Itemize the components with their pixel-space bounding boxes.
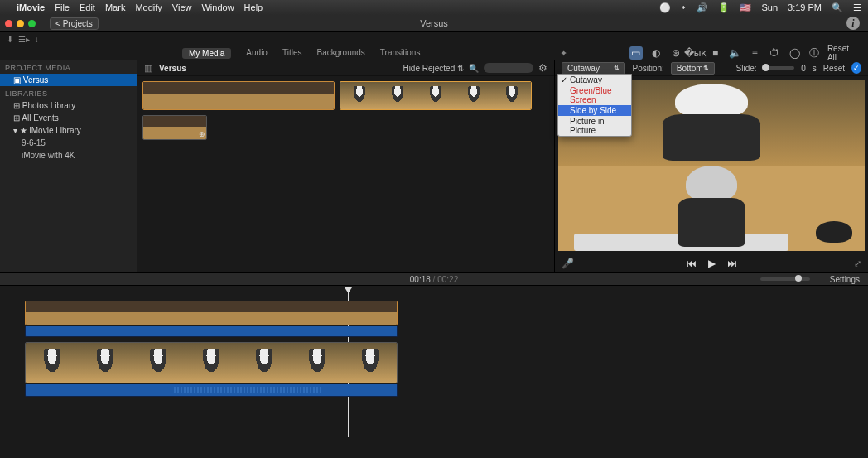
menu-modify[interactable]: Modify (135, 2, 162, 12)
sidebar-header-project-media: PROJECT MEDIA (0, 60, 137, 74)
project-title: Versus (420, 18, 448, 28)
sidebar-item-imovie-library[interactable]: ▾ ★ iMovie Library (0, 124, 137, 137)
clip-info-icon[interactable]: ⓘ (808, 46, 821, 60)
info-button[interactable]: i (846, 17, 860, 30)
fullscreen-icon[interactable]: ⤢ (854, 258, 861, 269)
search-input[interactable] (484, 63, 533, 73)
browser-settings-icon[interactable]: ⚙ (538, 62, 547, 74)
browser-clip-1[interactable] (142, 81, 335, 110)
dropdown-item-picture-in-picture[interactable]: Picture in Picture (558, 116, 631, 136)
overlay-settings-icon[interactable]: ▭ (629, 46, 643, 60)
zoom-window-button[interactable] (28, 20, 36, 27)
filmstrip-view-icon[interactable]: ▥ (144, 63, 152, 74)
overlay-mode-dropdown: Cutaway Green/Blue Screen Side by Side P… (557, 74, 632, 137)
slide-unit: s (813, 64, 817, 73)
clip-filter-icon[interactable]: ◯ (788, 46, 801, 60)
sidebar: PROJECT MEDIA ▣ Versus LIBRARIES ⊞ Photo… (0, 60, 137, 272)
prev-button[interactable]: ⏮ (687, 258, 697, 269)
inspector-icons: ▭ ◐ ⊛ �ық ■ 🔈 ≡ ⏱ ◯ ⓘ Reset All (629, 44, 860, 62)
position-label: Position: (632, 64, 663, 73)
magic-wand-icon[interactable]: ✦ (560, 48, 567, 59)
volume-settings-icon[interactable]: 🔈 (729, 46, 742, 60)
media-browser: ▥ Versus Hide Rejected ⇅ 🔍 ⚙ 25.0s ⊕ (137, 60, 555, 272)
voiceover-icon[interactable]: 🎤 (562, 258, 574, 269)
close-window-button[interactable] (5, 20, 12, 27)
tab-audio[interactable]: Audio (246, 48, 268, 59)
tab-transitions[interactable]: Transitions (380, 48, 421, 59)
browser-clip-2[interactable]: 25.0s (340, 81, 532, 110)
clock-day[interactable]: Sun (761, 2, 778, 12)
timeline-overlay-audio[interactable] (25, 326, 398, 337)
spotlight-icon[interactable]: 🔍 (832, 2, 843, 13)
overlay-reset-button[interactable]: Reset (823, 64, 845, 73)
timeline[interactable] (0, 286, 868, 410)
volume-icon[interactable]: 🔊 (697, 2, 708, 13)
download-icon[interactable]: ↓ (35, 35, 39, 44)
browser-title: Versus (159, 64, 186, 73)
viewer-bottom-clip (558, 166, 865, 252)
sidebar-project-versus[interactable]: ▣ Versus (0, 74, 137, 86)
slide-slider[interactable] (764, 66, 795, 70)
menu-edit[interactable]: Edit (80, 2, 95, 12)
timeline-zoom-slider[interactable] (760, 277, 810, 281)
timeline-header: 00:18 / 00:22 Settings (0, 272, 868, 286)
dropdown-item-green-blue-screen[interactable]: Green/Blue Screen (558, 85, 631, 105)
next-button[interactable]: ⏭ (727, 258, 737, 269)
hide-rejected-select[interactable]: Hide Rejected ⇅ (403, 64, 464, 73)
search-icon: 🔍 (469, 64, 479, 73)
viewer-panel: Cutaway⇅ Position: Bottom⇅ Slide: 0 s Re… (555, 60, 868, 272)
browser-clip-3[interactable]: ⊕ (142, 115, 207, 140)
sidebar-item-all-events[interactable]: ⊞ All Events (0, 112, 137, 124)
tab-backgrounds[interactable]: Backgrounds (316, 48, 364, 59)
overlay-mode-select[interactable]: Cutaway⇅ (562, 62, 625, 75)
tabs-row: My Media Audio Titles Backgrounds Transi… (0, 46, 868, 60)
back-to-projects-button[interactable]: < Projects (50, 17, 99, 30)
menu-view[interactable]: View (172, 2, 192, 12)
minimize-window-button[interactable] (17, 20, 24, 27)
tab-my-media[interactable]: My Media (182, 48, 231, 59)
menu-window[interactable]: Window (201, 2, 234, 12)
clock-time[interactable]: 3:19 PM (788, 2, 822, 12)
system-menubar: iMovie File Edit Mark Modify View Window… (0, 0, 868, 15)
import-media-icon[interactable]: ⬇︎ (7, 35, 13, 44)
crop-icon[interactable]: �ық (689, 46, 702, 60)
overlay-controls: Cutaway⇅ Position: Bottom⇅ Slide: 0 s Re… (555, 60, 868, 76)
menu-mark[interactable]: Mark (105, 2, 125, 12)
color-balance-icon[interactable]: ◐ (649, 46, 663, 60)
add-clip-icon[interactable]: ⊕ (199, 130, 205, 138)
sidebar-item-photos-library[interactable]: ⊞ Photos Library (0, 99, 137, 112)
dropdown-item-cutaway[interactable]: Cutaway (558, 75, 631, 85)
tab-titles[interactable]: Titles (282, 48, 302, 59)
speed-icon[interactable]: ⏱ (768, 46, 781, 60)
slide-value: 0 (801, 64, 806, 73)
playhead-timecode: 00:18 / 00:22 (410, 275, 458, 284)
menu-file[interactable]: File (55, 2, 70, 12)
timeline-track-primary[interactable] (25, 342, 398, 383)
library-list-icon[interactable]: ☰▸ (18, 35, 30, 44)
noise-reduction-icon[interactable]: ≡ (748, 46, 761, 60)
timeline-primary-audio[interactable] (25, 384, 398, 397)
position-select[interactable]: Bottom⇅ (671, 62, 715, 75)
reset-all-button[interactable]: Reset All (827, 44, 860, 62)
bluetooth-icon[interactable]: ᛭ (681, 2, 687, 12)
app-name[interactable]: iMovie (17, 2, 45, 12)
sidebar-event-imovie-4k[interactable]: iMovie with 4K (0, 149, 137, 162)
sidebar-event-9-6-15[interactable]: 9-6-15 (0, 137, 137, 149)
title-bar: < Projects Versus i (0, 15, 868, 32)
wifi-icon[interactable]: ⚪ (659, 2, 671, 13)
apply-check-icon[interactable]: ✓ (851, 62, 861, 74)
slide-label: Slide: (736, 64, 757, 73)
battery-icon[interactable]: 🔋 (718, 2, 730, 13)
stabilization-icon[interactable]: ■ (709, 46, 722, 60)
timeline-settings-button[interactable]: Settings (830, 275, 860, 284)
dropdown-item-side-by-side[interactable]: Side by Side (558, 105, 631, 116)
menu-icon[interactable]: ☰ (853, 2, 861, 13)
play-button[interactable]: ▶ (708, 258, 716, 269)
transport-controls: 🎤 ⏮ ▶ ⏭ ⤢ (555, 254, 868, 272)
main-area: PROJECT MEDIA ▣ Versus LIBRARIES ⊞ Photo… (0, 60, 868, 272)
sidebar-header-libraries: LIBRARIES (0, 86, 137, 99)
menu-help[interactable]: Help (244, 2, 263, 12)
color-correction-icon[interactable]: ⊛ (669, 46, 682, 60)
flag-icon[interactable]: 🇺🇸 (740, 2, 751, 13)
timeline-track-overlay[interactable] (25, 301, 398, 325)
